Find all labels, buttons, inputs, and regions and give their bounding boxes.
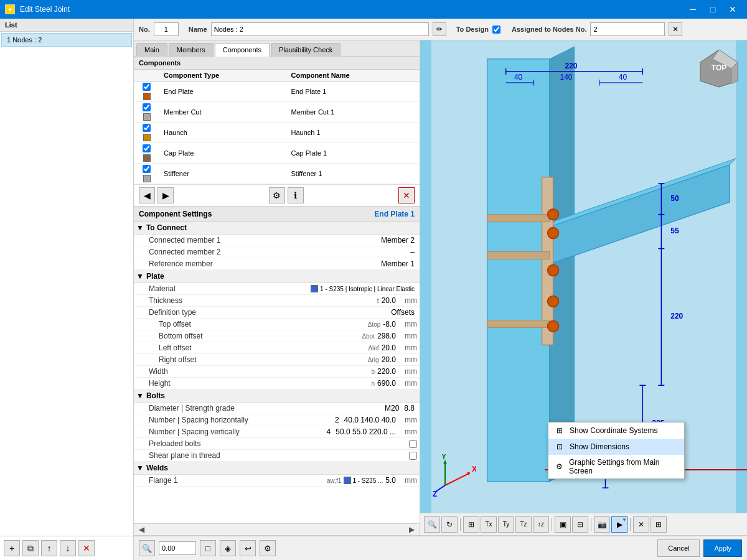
no-label: No. [139, 26, 150, 33]
component-row[interactable]: Cap Plate Cap Plate 1 [134, 143, 420, 164]
viewport-toolbar: 🔍 ↻ ⊞ Tx Ty Tz ↕z ▣ ⊟ 📷 ▶ ▼ [420, 513, 747, 535]
num-vert-value: 4 [327, 427, 334, 436]
tabs: Main Members Components Plausibility Che… [134, 40, 420, 57]
component-row[interactable]: End Plate End Plate 1 [134, 82, 420, 102]
assigned-clear-button[interactable]: ✕ [669, 22, 682, 36]
top-offset-row: Top offset Δtop -8.0 mm [134, 319, 420, 330]
height-label: Height [146, 379, 360, 388]
view-x-button[interactable]: Tx [481, 516, 497, 533]
svg-rect-6 [542, 177, 553, 345]
component-checkbox-4[interactable] [143, 165, 151, 173]
flange-1-material: 1 - S235 ... [352, 477, 383, 484]
move-up-button[interactable]: ↑ [41, 540, 57, 556]
settings2-button[interactable]: ◈ [220, 540, 236, 556]
component-row[interactable]: Haunch Haunch 1 [134, 123, 420, 143]
connected-member-1-row: Connected member 1 Member 2 [134, 235, 420, 246]
preloaded-checkbox[interactable] [409, 440, 417, 448]
name-edit-button[interactable]: ✏ [433, 22, 446, 36]
sidebar-item-node[interactable]: 1 Nodes : 2 [1, 33, 132, 47]
graphic-settings-item[interactable]: ⚙ Graphic Settings from Main Screen [548, 455, 684, 478]
tab-plausibility[interactable]: Plausibility Check [271, 43, 341, 56]
connected-member-2-row: Connected member 2 – [134, 246, 420, 258]
svg-point-13 [548, 296, 559, 307]
settings-button[interactable]: ⚙ [269, 187, 285, 203]
expand-viewport-button[interactable]: ⊞ [651, 516, 667, 533]
tab-members[interactable]: Members [169, 43, 214, 56]
scroll-left[interactable]: ◀ [139, 525, 144, 534]
close-button[interactable]: ✕ [723, 3, 742, 16]
tab-main[interactable]: Main [136, 43, 167, 56]
scroll-right[interactable]: ▶ [409, 525, 415, 534]
tab-components[interactable]: Components [215, 43, 270, 57]
screenshot-button[interactable]: 📷 [594, 516, 610, 533]
col-name-header: Component Name [286, 70, 420, 82]
move-down-button[interactable]: ↓ [60, 540, 76, 556]
svg-marker-2 [487, 59, 550, 482]
bolts-group[interactable]: ▼ Bolts [134, 390, 420, 403]
welds-group[interactable]: ▼ Welds [134, 462, 420, 475]
shear-plane-checkbox[interactable] [409, 452, 417, 460]
zoom-button[interactable]: 🔍 [424, 516, 440, 533]
no-input[interactable] [154, 22, 179, 36]
move-left-button[interactable]: ◀ [139, 187, 155, 203]
cancel-button[interactable]: Cancel [657, 539, 700, 557]
sidebar-header: List [0, 19, 133, 32]
view-all-button[interactable]: ⊞ [463, 516, 479, 533]
sidebar-footer: + ⧉ ↑ ↓ ✕ [0, 536, 133, 560]
shear-plane-label: Shear plane in thread [146, 451, 409, 460]
apply-button[interactable]: Apply [703, 539, 742, 557]
undo-button[interactable]: ↩ [240, 540, 256, 556]
col-type-header: Component Type [159, 70, 286, 82]
move-right-button[interactable]: ▶ [157, 187, 174, 203]
component-checkbox-0[interactable] [143, 83, 151, 91]
close-viewport-button[interactable]: ✕ [633, 516, 649, 533]
plate-group[interactable]: ▼ Plate [134, 270, 420, 283]
nav-cube[interactable]: TOP [697, 47, 741, 90]
svg-text:220: 220 [565, 62, 578, 70]
value-input[interactable] [159, 541, 196, 555]
svg-text:TOP: TOP [712, 63, 726, 72]
svg-text:Y: Y [441, 454, 446, 461]
width-unit: mm [398, 367, 417, 376]
reference-member-row: Reference member Member 1 [134, 258, 420, 270]
copy-node-button[interactable]: ⧉ [22, 540, 39, 556]
wireframe-button[interactable]: ⊟ [572, 516, 588, 533]
add-node-button[interactable]: + [4, 540, 20, 556]
dimensions-menu-button[interactable]: ▶ ▼ [611, 516, 627, 533]
assigned-input[interactable] [590, 22, 665, 36]
render-button[interactable]: ▣ [555, 516, 571, 533]
view-xz-button[interactable]: ↕z [533, 516, 549, 533]
rotate-button[interactable]: ↻ [441, 516, 458, 533]
component-row[interactable]: Stiffener Stiffener 1 [134, 164, 420, 184]
config-button[interactable]: ⚙ [260, 540, 276, 556]
connected-member-2-label: Connected member 2 [146, 248, 410, 256]
num-vert-unit: mm [398, 427, 417, 436]
display-button[interactable]: □ [200, 540, 216, 556]
name-input[interactable] [211, 22, 429, 36]
right-offset-row: Right offset Δrig 20.0 mm [134, 354, 420, 366]
width-value: 220.0 [377, 367, 398, 376]
to-design-checkbox[interactable] [492, 26, 500, 34]
info-button[interactable]: ℹ [288, 187, 304, 203]
sidebar: List 1 Nodes : 2 + ⧉ ↑ ↓ ✕ [0, 19, 134, 560]
num-horiz-value: 2 [335, 416, 342, 424]
component-row[interactable]: Member Cut Member Cut 1 [134, 102, 420, 123]
show-dimensions-item[interactable]: ⊡ Show Dimensions [548, 439, 684, 455]
show-coordinates-item[interactable]: ⊞ Show Coordinate Systems [548, 422, 684, 439]
view-y-button[interactable]: Ty [498, 516, 514, 533]
minimize-button[interactable]: ─ [684, 3, 702, 16]
num-horiz-row: Number | Spacing horizontally 2 40.0 140… [134, 414, 420, 426]
to-connect-group[interactable]: ▼ To Connect [134, 222, 420, 235]
search-button[interactable]: 🔍 [139, 540, 155, 556]
component-color-3 [143, 154, 151, 162]
component-checkbox-1[interactable] [143, 103, 151, 111]
delete-component-button[interactable]: ✕ [398, 187, 415, 203]
component-checkbox-2[interactable] [143, 124, 151, 132]
component-name-3: Cap Plate 1 [286, 143, 420, 164]
maximize-button[interactable]: □ [703, 3, 722, 16]
material-value: 1 - S235 | Isotropic | Linear Elastic [320, 286, 415, 292]
delete-node-button[interactable]: ✕ [78, 540, 95, 556]
view-z-button[interactable]: Tz [515, 516, 532, 533]
component-checkbox-3[interactable] [143, 144, 151, 152]
viewport[interactable]: 220 40 140 40 50 [420, 40, 747, 535]
